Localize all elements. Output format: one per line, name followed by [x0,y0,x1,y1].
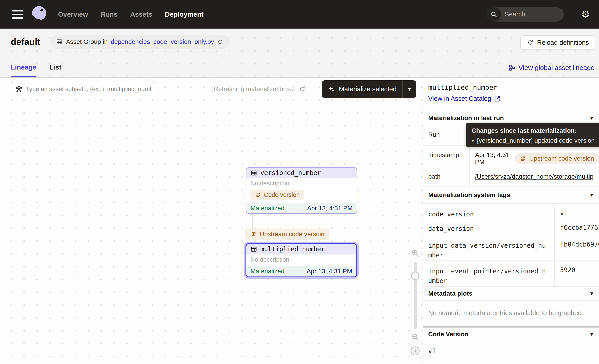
page-header: default Asset Group in dependencies_code… [0,29,599,78]
asset-subset-input[interactable] [26,86,151,93]
table-row-data-version: data_version f6ccba177638 [423,218,599,235]
primary-nav: Overview Runs Assets Deployment [58,11,204,18]
table-row-code-version: code_version v1 [423,204,599,218]
chevron-down-icon: ▾ [590,290,593,297]
table-grid-icon [250,246,257,253]
metadata-plots-empty-message: No numeric metadata entries available to… [423,301,599,326]
sync-alert-icon [255,192,261,198]
panel-asset-title: multiplied_number [428,83,594,91]
materialize-selected-button[interactable]: Materialize selected ▾ [322,80,416,98]
tag-key: code_version [423,204,555,218]
asset-name: versioned_number [260,169,321,177]
asset-description: No description [250,256,352,263]
search-input[interactable] [501,11,564,18]
global-search[interactable]: / [487,7,564,22]
timestamp-value: Apr 13, 4:31 PM [475,151,510,166]
materialize-selected-label: Materialize selected [339,86,396,93]
nav-item-overview[interactable]: Overview [58,11,88,18]
tag-value: f6ccba177638 [555,218,599,235]
dagster-logo-icon[interactable] [29,5,48,24]
asset-group-label: Asset Group in [66,38,107,45]
section-materialization-system-tags[interactable]: Materialization system tags ▾ [423,187,599,204]
section-label: Code Version [428,331,468,338]
lineage-graph-icon [509,64,515,71]
refreshing-status: Refreshing materializations... [214,81,306,97]
path-link[interactable]: /Users/sryza/dagster_home/storage/multip [475,173,593,180]
section-metadata-plots[interactable]: Metadata plots ▾ [423,287,599,301]
graph-query-icon [15,85,23,93]
code-version-value: v1 [423,341,599,361]
asset-description: No description [250,180,352,187]
upstream-code-version-label: Upstream code version [260,231,325,238]
table-row-input-event-pointer: input_event_pointer/versioned_number 592… [423,260,599,287]
materialize-dropdown-caret[interactable]: ▾ [402,80,416,98]
table-grid-icon [56,38,63,45]
materialized-status: Materialized [250,205,284,212]
table-row-path: path /Users/sryza/dagster_home/storage/m… [423,167,599,187]
tag-value: 5920 [555,260,599,286]
view-tabs: Lineage List [11,57,62,77]
tab-lineage[interactable]: Lineage [11,63,36,71]
section-code-version[interactable]: Code Version ▾ [423,328,599,341]
table-grid-icon [250,170,257,176]
asset-node-multiplied-number[interactable]: multiplied_number No description Materia… [246,243,357,277]
code-version-label: Code version [264,191,300,199]
view-global-asset-lineage-label: View global asset lineage [519,64,594,71]
upstream-code-version-badge: Upstream code version [515,153,599,164]
section-divider [423,326,599,328]
tooltip-title: Changes since last materialization: [472,127,595,134]
zoom-out-icon[interactable] [410,332,420,342]
asset-name: multiplied_number [260,245,325,253]
section-label: Materialization in last run [428,114,504,122]
lineage-canvas[interactable]: Refreshing materializations... Materiali… [0,78,423,364]
chevron-down-icon: ▾ [590,331,593,338]
refresh-icon[interactable] [217,39,223,45]
asset-node-versioned-number[interactable]: versioned_number No description Code ver… [246,167,357,214]
upstream-code-version-badge: Upstream code version [245,229,329,240]
tab-list[interactable]: List [49,63,61,71]
top-nav: Overview Runs Assets Deployment / ⚙ [0,0,599,29]
tag-key: input_event_pointer/versioned_number [423,260,555,286]
row-label: path [423,167,470,186]
zoom-slider-handle[interactable] [411,271,419,280]
sparkle-icon [328,85,335,93]
nav-item-deployment[interactable]: Deployment [165,11,204,18]
view-in-asset-catalog-link[interactable]: View in Asset Catalog [428,95,594,102]
view-in-asset-catalog-label: View in Asset Catalog [428,95,491,102]
section-label: Materialization system tags [428,191,510,199]
asset-group-file-link[interactable]: dependencies_code_version_only.py [111,38,214,45]
refresh-icon[interactable] [299,86,306,93]
asset-detail-panel: multiplied_number View in Asset Catalog … [423,78,599,364]
page-title: default [11,37,40,47]
materialized-time: Apr 13, 4:31 PM [307,268,352,275]
row-label: Timestamp [423,146,470,167]
reload-definitions-button[interactable]: Reload definitions [520,35,595,50]
search-icon [487,7,501,22]
zoom-slider[interactable] [414,262,417,329]
tag-key: data_version [423,218,555,235]
zoom-in-icon[interactable] [410,249,420,258]
tag-value: fb04dcb6970 [555,235,599,260]
changes-tooltip: Changes since last materialization: • [v… [466,123,599,147]
settings-gear-icon[interactable]: ⚙ [581,9,590,19]
chevron-down-icon: ▾ [590,191,593,199]
nav-item-runs[interactable]: Runs [101,11,117,18]
asset-subset-filter[interactable] [11,81,155,97]
chevron-down-icon: ▾ [590,114,593,121]
reload-definitions-label: Reload definitions [537,39,589,46]
active-tab-underline [11,76,36,77]
tooltip-item: [versioned_number] updated code version [477,137,595,144]
reload-icon [527,39,534,46]
bullet-icon: • [472,137,474,144]
view-global-asset-lineage-link[interactable]: View global asset lineage [509,64,594,71]
tag-value: v1 [555,204,599,218]
table-row-timestamp: Timestamp Apr 13, 4:31 PM Upstream code … [423,146,599,167]
code-version-badge: Code version [250,190,304,200]
download-image-icon[interactable] [410,346,420,356]
nav-item-assets[interactable]: Assets [130,11,152,18]
menu-icon[interactable] [12,10,23,19]
row-label: Run [423,125,470,145]
asset-group-badge: Asset Group in dependencies_code_version… [50,35,229,49]
refreshing-label: Refreshing materializations... [214,86,295,93]
section-config[interactable]: Config ▾ [423,361,599,364]
